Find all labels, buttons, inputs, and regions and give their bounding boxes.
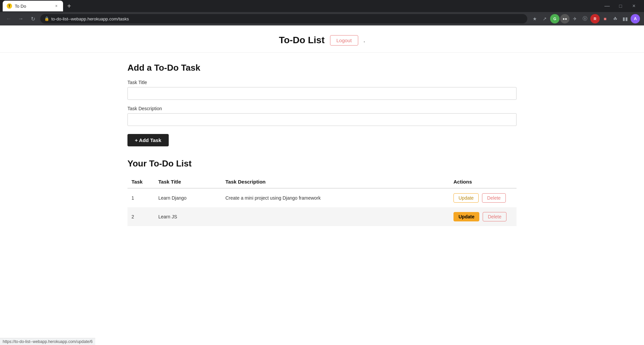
- tab-favicon: T: [7, 3, 12, 9]
- ext-puzzle-icon[interactable]: ☘: [610, 14, 620, 23]
- ext-sidebar-icon[interactable]: ▮▮: [621, 14, 630, 23]
- ext-icon-5[interactable]: ■: [600, 14, 610, 23]
- task-actions-cell: UpdateDelete: [449, 188, 517, 207]
- app-title: To-Do List: [279, 35, 324, 46]
- add-task-button[interactable]: + Add Task: [127, 134, 169, 146]
- new-tab-button[interactable]: +: [64, 1, 74, 11]
- col-header-description: Task Description: [221, 176, 449, 188]
- logout-button[interactable]: Logout: [330, 35, 358, 46]
- task-id: 1: [127, 188, 154, 207]
- browser-tab[interactable]: T To Do ×: [3, 1, 63, 11]
- task-id: 2: [127, 207, 154, 226]
- add-task-section: Add a To-Do Task Task Title Task Descrip…: [127, 63, 517, 146]
- task-title-group: Task Title: [127, 80, 517, 100]
- task-desc-input[interactable]: [127, 113, 517, 126]
- delete-button[interactable]: Delete: [483, 212, 506, 221]
- ext-dark-icon[interactable]: ●●: [560, 14, 570, 23]
- maximize-button[interactable]: □: [616, 1, 625, 11]
- tab-close-button[interactable]: ×: [54, 3, 59, 9]
- nav-bar: ← → ↻ 🔒 to-do-list--webapp.herokuapp.com…: [0, 12, 644, 25]
- task-desc-cell: [221, 207, 449, 226]
- task-title-input[interactable]: [127, 87, 517, 100]
- address-bar[interactable]: 🔒 to-do-list--webapp.herokuapp.com/tasks: [40, 14, 527, 23]
- task-title-label: Task Title: [127, 80, 517, 85]
- update-button[interactable]: Update: [453, 193, 479, 203]
- share-icon[interactable]: ↗: [540, 14, 549, 23]
- address-text: to-do-list--webapp.herokuapp.com/tasks: [51, 16, 129, 21]
- task-actions-cell: UpdateDelete: [449, 207, 517, 226]
- ext-red-icon[interactable]: R: [590, 14, 600, 23]
- todo-table-body: 1Learn DjangoCreate a mini project using…: [127, 188, 517, 226]
- col-header-task: Task: [127, 176, 154, 188]
- todo-table: Task Task Title Task Description Actions…: [127, 176, 517, 226]
- col-header-title: Task Title: [154, 176, 221, 188]
- delete-button[interactable]: Delete: [482, 193, 505, 203]
- task-title-cell: Learn JS: [154, 207, 221, 226]
- bookmark-icon[interactable]: ★: [530, 14, 539, 23]
- status-bar: https://to-do-list--webapp.herokuapp.com…: [0, 338, 95, 345]
- todo-table-header: Task Task Title Task Description Actions: [127, 176, 517, 188]
- ext-icon-4[interactable]: Ⓥ: [580, 14, 590, 23]
- task-desc-cell: Create a mini project using Django frame…: [221, 188, 449, 207]
- browser-chrome: T To Do × + — □ × ← → ↻ 🔒 to-do-list--we…: [0, 0, 644, 25]
- close-window-button[interactable]: ×: [629, 1, 639, 11]
- tab-title: To Do: [15, 4, 51, 9]
- task-title-cell: Learn Django: [154, 188, 221, 207]
- task-desc-group: Task Description: [127, 106, 517, 126]
- add-task-heading: Add a To-Do Task: [127, 63, 517, 73]
- todo-list-heading: Your To-Do List: [127, 158, 517, 169]
- minimize-button[interactable]: —: [602, 1, 612, 11]
- task-desc-label: Task Description: [127, 106, 517, 111]
- browser-extensions: ★ ↗ G ●● ✈ Ⓥ R ■ ☘ ▮▮ A: [530, 14, 640, 23]
- ext-icon-3[interactable]: ✈: [570, 14, 580, 23]
- back-button[interactable]: ←: [4, 14, 13, 23]
- action-buttons: UpdateDelete: [453, 212, 513, 221]
- tab-bar: T To Do × + — □ ×: [0, 0, 644, 12]
- user-avatar[interactable]: A: [631, 14, 640, 23]
- update-button[interactable]: Update: [453, 212, 479, 221]
- table-row: 1Learn DjangoCreate a mini project using…: [127, 188, 517, 207]
- table-row: 2Learn JSUpdateDelete: [127, 207, 517, 226]
- status-url: https://to-do-list--webapp.herokuapp.com…: [3, 339, 93, 344]
- col-header-actions: Actions: [449, 176, 517, 188]
- reload-button[interactable]: ↻: [28, 14, 38, 23]
- forward-button[interactable]: →: [16, 14, 25, 23]
- page-content: To-Do List Logout . Add a To-Do Task Tas…: [0, 25, 644, 345]
- todo-list-section: Your To-Do List Task Task Title Task Des…: [127, 158, 517, 226]
- app-header: To-Do List Logout .: [0, 25, 644, 53]
- ext-green-circle[interactable]: G: [550, 14, 559, 23]
- lock-icon: 🔒: [44, 16, 49, 21]
- action-buttons: UpdateDelete: [453, 193, 513, 203]
- app-main: Add a To-Do Task Task Title Task Descrip…: [87, 53, 557, 236]
